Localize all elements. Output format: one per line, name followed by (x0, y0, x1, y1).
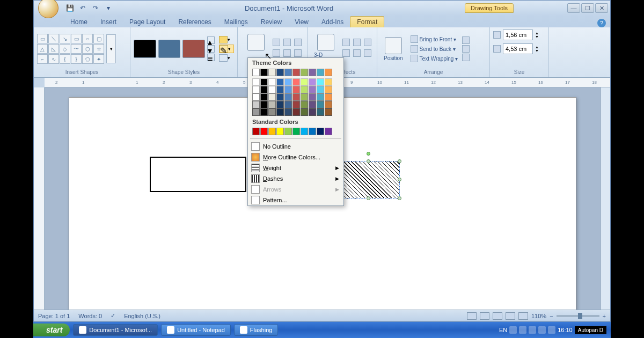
color-swatch[interactable] (276, 101, 284, 108)
color-swatch[interactable] (260, 86, 268, 93)
color-swatch[interactable] (284, 108, 292, 116)
tab-insert[interactable]: Insert (94, 17, 123, 27)
tray-icon[interactable] (509, 326, 517, 334)
shape-outline-icon[interactable]: ✎ (219, 45, 228, 53)
nudge-center-icon[interactable] (283, 39, 291, 46)
dashes-item[interactable]: Dashes▶ (248, 173, 343, 184)
save-icon[interactable]: 💾 (65, 3, 75, 13)
zoom-out-icon[interactable]: − (550, 313, 553, 319)
zoom-thumb[interactable] (578, 313, 582, 319)
shape-callout-icon[interactable]: ⬠ (82, 54, 93, 64)
color-swatch[interactable] (292, 86, 300, 93)
nudge-right-icon[interactable] (294, 39, 302, 46)
color-swatch[interactable] (309, 108, 316, 116)
color-swatch[interactable] (252, 108, 260, 116)
color-swatch[interactable] (284, 101, 292, 108)
tab-home[interactable]: Home (64, 17, 94, 27)
rotate-handle[interactable] (367, 152, 370, 156)
color-swatch[interactable] (325, 128, 332, 135)
shape-freeform-icon[interactable]: ∿ (48, 54, 59, 64)
color-swatch[interactable] (325, 108, 332, 116)
color-swatch[interactable] (252, 78, 260, 86)
color-swatch[interactable] (268, 128, 276, 135)
resize-handle-n[interactable] (367, 159, 370, 163)
start-button[interactable]: start (33, 324, 70, 336)
vertical-ruler[interactable] (34, 87, 45, 310)
clock[interactable]: 16:10 (558, 327, 573, 333)
shape-fill-icon[interactable] (219, 36, 228, 43)
shapes-more-icon[interactable]: ▾ (106, 34, 116, 63)
bring-to-front-button[interactable]: Bring to Front ▾ (408, 35, 460, 43)
rotate-icon[interactable] (462, 54, 470, 61)
shape-hex-icon[interactable]: ⬡ (82, 44, 93, 54)
color-swatch[interactable] (252, 128, 260, 135)
tab-mailings[interactable]: Mailings (218, 17, 254, 27)
page-status[interactable]: Page: 1 of 1 (38, 313, 70, 319)
align-icon[interactable] (462, 36, 470, 44)
color-swatch[interactable] (325, 78, 332, 86)
color-swatch[interactable] (301, 128, 308, 135)
color-swatch[interactable] (292, 128, 300, 135)
outline-dropdown-icon[interactable]: ▾ (228, 46, 233, 52)
minimize-button[interactable]: — (567, 3, 580, 13)
color-swatch[interactable] (301, 86, 308, 93)
spinner-up-icon[interactable]: ▲ (535, 45, 539, 49)
nudge-br-icon[interactable] (294, 49, 302, 57)
shape-line-icon[interactable]: ＼ (48, 34, 59, 43)
color-swatch[interactable] (268, 101, 276, 108)
color-swatch[interactable] (284, 69, 292, 76)
shape-brace2-icon[interactable]: } (71, 54, 82, 64)
more-colors-item[interactable]: More Outline Colors... (248, 152, 343, 163)
color-swatch[interactable] (252, 86, 260, 93)
spinner-down-icon[interactable]: ▼ (535, 35, 539, 39)
color-swatch[interactable] (292, 108, 300, 116)
color-swatch[interactable] (309, 128, 316, 135)
width-input[interactable]: 4,53 cm (503, 43, 533, 54)
zoom-in-icon[interactable]: + (603, 313, 606, 319)
tilt-down-icon[interactable] (353, 49, 361, 57)
color-swatch[interactable] (317, 108, 324, 116)
spellcheck-icon[interactable]: ✓ (111, 312, 115, 319)
color-swatch[interactable] (276, 128, 284, 135)
shape-oval-icon[interactable]: ○ (82, 34, 93, 43)
no-outline-item[interactable]: No Outline (248, 141, 343, 152)
color-swatch[interactable] (276, 69, 284, 76)
taskbar-item-word[interactable]: Document1 - Microsof... (73, 324, 158, 336)
tab-addins[interactable]: Add-Ins (315, 17, 350, 27)
color-swatch[interactable] (252, 101, 260, 108)
vertical-scrollbar[interactable] (601, 87, 610, 310)
tilt-up-icon[interactable] (342, 39, 350, 46)
color-swatch[interactable] (309, 69, 316, 76)
zoom-slider[interactable] (557, 315, 599, 317)
color-swatch[interactable] (260, 108, 268, 116)
spinner-up-icon[interactable]: ▲ (535, 31, 539, 35)
group-icon[interactable] (462, 45, 470, 53)
language-indicator[interactable]: EN (499, 327, 507, 333)
undo-icon[interactable]: ↶ (78, 3, 87, 13)
shape-brace-icon[interactable]: { (60, 54, 70, 64)
style-red[interactable] (182, 40, 205, 58)
resize-handle-se[interactable] (398, 196, 401, 200)
print-layout-view-icon[interactable] (467, 312, 477, 320)
color-swatch[interactable] (317, 78, 324, 86)
color-swatch[interactable] (292, 69, 300, 76)
spinner-down-icon[interactable]: ▼ (535, 49, 539, 53)
shape-rtriangle-icon[interactable]: ◺ (48, 44, 59, 54)
gallery-down-icon[interactable]: ▾ (207, 45, 215, 53)
color-swatch[interactable] (276, 93, 284, 101)
shape-roundrect-icon[interactable]: ▢ (93, 34, 104, 43)
color-swatch[interactable] (292, 101, 300, 108)
style-blue[interactable] (158, 40, 181, 58)
shape-triangle-icon[interactable]: △ (37, 44, 48, 54)
color-swatch[interactable] (325, 101, 332, 108)
zoom-level[interactable]: 110% (531, 313, 546, 319)
color-swatch[interactable] (292, 93, 300, 101)
color-swatch[interactable] (284, 93, 292, 101)
gallery-up-icon[interactable]: ▴ (207, 36, 215, 44)
shape-diamond-icon[interactable]: ◇ (60, 44, 70, 54)
tray-icon[interactable] (538, 326, 546, 334)
rectangle-shape-1[interactable] (150, 157, 246, 192)
change-shape-icon[interactable] (219, 54, 228, 62)
shape-connector-icon[interactable]: ⌐ (37, 54, 48, 64)
color-swatch[interactable] (268, 86, 276, 93)
